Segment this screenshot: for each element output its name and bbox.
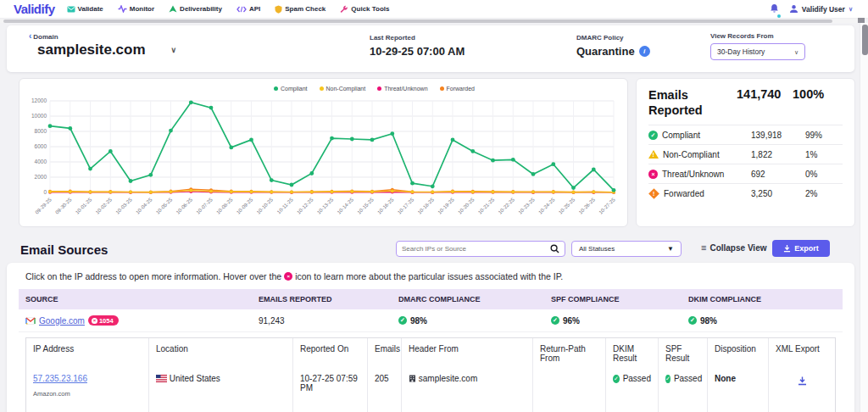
dmarc-policy-label: DMARC Policy: [576, 34, 650, 42]
search-icon[interactable]: [550, 244, 559, 253]
domain-selector[interactable]: samplesite.com ∨: [37, 42, 176, 58]
svg-text:12000: 12000: [31, 97, 47, 103]
svg-text:10-01-25: 10-01-25: [75, 197, 93, 215]
stat-pct: 2%: [805, 189, 843, 198]
nav-item-spam-check[interactable]: Spam Check: [275, 5, 326, 14]
svg-text:10-13-25: 10-13-25: [316, 197, 335, 215]
source-search-input[interactable]: [402, 245, 550, 253]
us-flag-icon: [156, 375, 167, 382]
xml-export-cell[interactable]: [769, 369, 835, 408]
legend-item[interactable]: Forwarded: [440, 86, 475, 92]
empty-cell: [402, 408, 533, 412]
nav-item-label: Quick Tools: [351, 5, 389, 13]
issue-count-badge[interactable]: ×1054: [88, 315, 119, 326]
stats-total: 141,740: [737, 87, 793, 101]
svg-text:10-23-25: 10-23-25: [517, 197, 536, 215]
empty-cell: [149, 408, 293, 412]
dkim-compliance-cell: ✓98%: [688, 316, 843, 326]
empty-cell: [293, 408, 368, 412]
x-circle-icon: ×: [92, 318, 97, 324]
svg-text:10-21-25: 10-21-25: [477, 197, 496, 215]
info-icon[interactable]: i: [639, 46, 650, 57]
chart-legend: CompliantNon-CompliantThreat/UnknownForw…: [121, 83, 627, 94]
ip-address-link[interactable]: 57.235.23.166: [33, 374, 87, 383]
collapse-label: Collapse View: [709, 243, 766, 253]
diamond-exclaim-icon: !: [648, 188, 659, 199]
stat-value: 1,822: [751, 150, 805, 159]
send-icon: [169, 5, 177, 13]
legend-label: Compliant: [281, 86, 308, 92]
stat-label: !Forwarded: [648, 189, 751, 198]
horizontal-scrollbar[interactable]: [0, 19, 860, 23]
vscroll-thumb[interactable]: [862, 25, 868, 55]
shield-icon: [275, 5, 282, 14]
user-icon: [789, 4, 798, 14]
legend-item[interactable]: Non-Compliant: [320, 86, 366, 92]
pulse-icon: [118, 5, 127, 13]
empty-cell: [659, 408, 708, 412]
email-sources-title: Email Sources: [20, 242, 108, 257]
check-circle-icon: ✓: [648, 131, 658, 140]
notification-dot: [777, 14, 781, 18]
check-circle-icon: ✓: [551, 316, 559, 325]
status-filter-value: All Statuses: [579, 245, 615, 253]
nav-item-validate[interactable]: Validate: [67, 5, 103, 13]
nav-item-api[interactable]: API: [236, 5, 260, 13]
stats-row: ✓Compliant139,91899%: [648, 125, 843, 144]
nav-item-quick-tools[interactable]: Quick Tools: [340, 5, 389, 14]
column-header: SOURCE: [25, 295, 259, 303]
download-icon[interactable]: [798, 376, 807, 386]
detail-column-header: SPF Result: [659, 338, 708, 369]
source-search-box: [396, 241, 565, 257]
svg-text:10-07-25: 10-07-25: [195, 197, 214, 215]
stats-row: ×Threat/Unknown6920%: [648, 164, 843, 183]
notifications-bell-icon[interactable]: [770, 2, 779, 17]
envelope-icon: [67, 6, 75, 13]
history-range-select[interactable]: 30-Day History ∨: [710, 43, 805, 60]
empty-cell: [606, 408, 659, 412]
svg-text:10-17-25: 10-17-25: [397, 197, 415, 215]
hscroll-thumb[interactable]: [3, 19, 832, 23]
status-filter-select[interactable]: All Statuses ▼: [571, 241, 682, 257]
vertical-scrollbar[interactable]: [860, 23, 868, 412]
source-link[interactable]: Google.com: [39, 316, 85, 326]
empty-cell: [26, 408, 149, 412]
nav-item-deliverability[interactable]: Deliverability: [169, 5, 222, 13]
ip-detail-row: 57.235.23.166Amazon.com United States10-…: [26, 369, 835, 408]
svg-text:8000: 8000: [35, 128, 47, 134]
back-label: Domain: [33, 33, 58, 41]
spf-compliance-cell: ✓96%: [551, 316, 688, 326]
export-button[interactable]: Export: [772, 240, 830, 257]
legend-label: Non-Compliant: [326, 86, 366, 92]
detail-column-header: Return-Path From: [533, 338, 606, 369]
last-reported-block: Last Reported 10-29-25 07:00 AM: [370, 34, 465, 58]
legend-item[interactable]: Compliant: [274, 86, 308, 92]
validify-logo[interactable]: Validify: [14, 2, 55, 16]
stat-pct: 1%: [805, 150, 843, 159]
svg-text:10-04-25: 10-04-25: [135, 197, 153, 215]
nav-item-label: Spam Check: [285, 5, 326, 13]
back-to-domains-link[interactable]: ‹ Domain: [29, 32, 58, 41]
collapse-view-button[interactable]: ≡ Collapse View: [701, 243, 767, 253]
ip-detail-table: IP AddressLocationReported OnEmailsHeade…: [25, 337, 836, 412]
svg-text:10-05-25: 10-05-25: [155, 197, 174, 215]
svg-text:10-02-25: 10-02-25: [95, 197, 114, 215]
detail-column-header: Disposition: [708, 338, 769, 369]
detail-column-header: Location: [149, 338, 293, 369]
chevron-down-icon: ∨: [171, 47, 177, 54]
dmarc-policy-value: Quarantine: [576, 45, 635, 58]
detail-column-header: XML Export: [769, 338, 835, 369]
stat-value: 692: [751, 170, 805, 179]
reported-on-cell: 10-27-25 07:59 PM: [293, 369, 368, 408]
detail-column-header: Header From: [402, 338, 533, 369]
nav-item-monitor[interactable]: Monitor: [118, 5, 154, 13]
user-menu[interactable]: Validify User ∨: [789, 4, 853, 14]
legend-item[interactable]: Threat/Unknown: [377, 86, 427, 92]
legend-dot-icon: [274, 86, 278, 91]
column-header: DMARC COMPLIANCE: [398, 295, 551, 303]
view-records-block: View Records From 30-Day History ∨: [710, 32, 805, 60]
stat-label: ✓Compliant: [648, 131, 751, 140]
history-range-value: 30-Day History: [717, 47, 765, 56]
emails-cell: 205: [368, 369, 402, 408]
legend-dot-icon: [377, 86, 381, 91]
